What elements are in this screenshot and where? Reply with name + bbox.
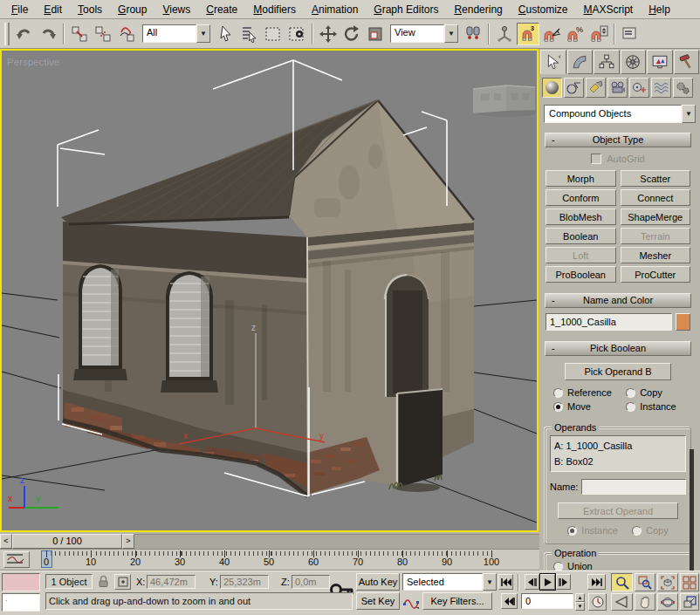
space-warps-category-icon[interactable] bbox=[651, 78, 671, 98]
percent-snap-icon[interactable]: % bbox=[564, 23, 587, 45]
systems-category-icon[interactable] bbox=[673, 78, 693, 98]
connect-button[interactable]: Connect bbox=[621, 189, 691, 206]
y-coord-field[interactable]: 25,323m bbox=[220, 575, 269, 589]
x-coord-field[interactable]: 46,472m bbox=[147, 575, 196, 589]
menu-file[interactable]: File bbox=[3, 1, 36, 18]
copy-radio[interactable]: Copy bbox=[626, 387, 688, 398]
operand-b-row[interactable]: B: Box02 bbox=[554, 454, 682, 469]
operand-name-field[interactable] bbox=[581, 479, 686, 495]
mesher-button[interactable]: Mesher bbox=[621, 247, 691, 263]
panel-scrollbar[interactable] bbox=[690, 449, 694, 571]
autogrid-checkbox[interactable] bbox=[591, 154, 601, 164]
object-color-swatch[interactable] bbox=[676, 313, 690, 331]
subcategory-dropdown[interactable]: Compound Objects ▼ bbox=[544, 105, 696, 123]
lights-category-icon[interactable] bbox=[586, 78, 606, 98]
menu-create[interactable]: Create bbox=[198, 1, 245, 18]
select-and-manipulate-icon[interactable] bbox=[493, 23, 516, 45]
tab-motion[interactable] bbox=[621, 50, 647, 74]
union-radio[interactable]: Union bbox=[550, 561, 686, 571]
rollout-name-and-color[interactable]: - Name and Color bbox=[545, 293, 691, 308]
pick-operand-b-button[interactable]: Pick Operand B bbox=[565, 363, 671, 380]
selection-filter-dropdown[interactable]: All ▼ bbox=[142, 24, 210, 43]
go-to-end-icon[interactable] bbox=[587, 574, 606, 590]
chevron-down-icon[interactable]: ▼ bbox=[444, 24, 458, 43]
menu-modifiers[interactable]: Modifiers bbox=[245, 1, 304, 18]
play-animation-icon[interactable] bbox=[540, 574, 555, 590]
time-slider-track[interactable] bbox=[134, 534, 539, 549]
time-slider-thumb[interactable]: 0 / 100 bbox=[12, 534, 122, 549]
menu-tools[interactable]: Tools bbox=[70, 1, 110, 18]
angle-snap-icon[interactable] bbox=[540, 23, 563, 45]
menu-views[interactable]: Views bbox=[154, 1, 198, 18]
select-object-icon[interactable] bbox=[215, 23, 237, 45]
operand-a-row[interactable]: A: 1_1000_Casilla bbox=[554, 438, 682, 454]
mini-curve-editor-button[interactable] bbox=[3, 551, 30, 568]
menu-help[interactable]: Help bbox=[641, 1, 678, 18]
previous-frame-arrow[interactable]: < bbox=[0, 534, 12, 549]
frame-spinner[interactable]: ▲ ▼ bbox=[575, 593, 585, 609]
unlink-selection-icon[interactable] bbox=[92, 23, 114, 45]
min-max-toggle-icon[interactable] bbox=[680, 593, 699, 611]
reference-radio[interactable]: Reference bbox=[553, 387, 626, 398]
snaps-toggle-icon[interactable]: 3 bbox=[517, 23, 539, 45]
menu-graph-editors[interactable]: Graph Editors bbox=[366, 1, 446, 18]
go-to-start-icon[interactable] bbox=[498, 574, 513, 590]
rollout-object-type[interactable]: - Object Type bbox=[545, 133, 691, 147]
menu-customize[interactable]: Customize bbox=[511, 1, 576, 18]
zoom-extents-icon[interactable] bbox=[657, 573, 678, 591]
spinner-snap-icon[interactable] bbox=[587, 23, 610, 45]
time-configuration-icon[interactable] bbox=[588, 593, 607, 611]
absolute-mode-transform-icon[interactable] bbox=[114, 574, 131, 590]
select-by-name-icon[interactable] bbox=[238, 23, 261, 45]
use-pivot-center-icon[interactable] bbox=[462, 23, 484, 45]
boolean-button[interactable]: Boolean bbox=[546, 228, 616, 244]
cameras-category-icon[interactable] bbox=[607, 78, 628, 98]
rollout-pick-boolean[interactable]: - Pick Boolean bbox=[545, 341, 691, 356]
track-bar[interactable]: 0 10 20 30 40 50 60 70 80 90 100 bbox=[0, 550, 539, 571]
next-frame-arrow[interactable]: > bbox=[122, 534, 134, 549]
menu-rendering[interactable]: Rendering bbox=[446, 1, 510, 18]
box02-object[interactable] bbox=[473, 85, 537, 117]
casilla-building[interactable] bbox=[61, 99, 474, 496]
default-tangent-icon[interactable] bbox=[402, 592, 420, 610]
tab-display[interactable] bbox=[647, 50, 673, 74]
zoom-extents-all-icon[interactable] bbox=[680, 573, 699, 591]
menu-group[interactable]: Group bbox=[110, 1, 154, 18]
next-frame-icon[interactable] bbox=[556, 574, 571, 590]
operands-list[interactable]: A: 1_1000_Casilla B: Box02 bbox=[550, 435, 686, 472]
undo-icon[interactable] bbox=[13, 23, 36, 45]
selection-set-dropdown[interactable]: Selected ▼ bbox=[402, 573, 497, 591]
named-selection-icon[interactable] bbox=[619, 23, 642, 45]
menu-maxscript[interactable]: MAXScript bbox=[576, 1, 642, 18]
reference-coordinate-dropdown[interactable]: View ▼ bbox=[390, 24, 458, 43]
chevron-down-icon[interactable]: ▼ bbox=[483, 573, 497, 591]
perspective-viewport[interactable]: z x y x y z Perspective bbox=[0, 49, 539, 533]
select-and-rotate-icon[interactable] bbox=[340, 23, 363, 45]
chevron-down-icon[interactable]: ▼ bbox=[682, 105, 696, 123]
menu-animation[interactable]: Animation bbox=[304, 1, 366, 18]
blobmesh-button[interactable]: BlobMesh bbox=[546, 208, 616, 225]
scatter-button[interactable]: Scatter bbox=[621, 170, 691, 187]
selection-lock-icon[interactable] bbox=[98, 575, 109, 590]
conform-button[interactable]: Conform bbox=[546, 189, 616, 206]
window-crossing-icon[interactable] bbox=[285, 23, 308, 45]
zoom-icon[interactable] bbox=[611, 573, 633, 591]
maxscript-mini-listener-pink[interactable] bbox=[2, 573, 40, 591]
zoom-all-icon[interactable] bbox=[635, 573, 655, 591]
tab-modify[interactable] bbox=[567, 50, 594, 74]
select-and-link-icon[interactable] bbox=[68, 23, 91, 45]
shapemerge-button[interactable]: ShapeMerge bbox=[621, 208, 691, 225]
shapes-category-icon[interactable] bbox=[564, 78, 584, 98]
morph-button[interactable]: Morph bbox=[546, 170, 616, 187]
arc-rotate-icon[interactable] bbox=[657, 593, 678, 611]
tab-hierarchy[interactable] bbox=[594, 50, 620, 74]
procutter-button[interactable]: ProCutter bbox=[621, 266, 691, 283]
z-coord-field[interactable]: 0,0m bbox=[292, 575, 330, 589]
go-to-end-alt-icon[interactable] bbox=[501, 593, 518, 609]
redo-icon[interactable] bbox=[37, 23, 59, 45]
field-of-view-icon[interactable] bbox=[611, 593, 633, 611]
viewport-label[interactable]: Perspective bbox=[7, 57, 59, 67]
rectangular-selection-region-icon[interactable] bbox=[262, 23, 285, 45]
bind-to-space-warp-icon[interactable] bbox=[115, 23, 138, 45]
proboolean-button[interactable]: ProBoolean bbox=[546, 266, 616, 283]
